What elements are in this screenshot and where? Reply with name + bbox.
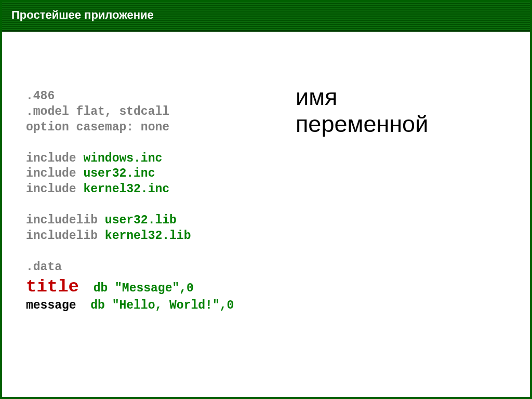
variable-name-annotation: имя переменной <box>296 84 428 138</box>
code-type-db-1: db <box>94 282 108 295</box>
slide-content: имя переменной .486 .model flat, stdcall… <box>2 32 530 314</box>
code-kw-include-3: include <box>26 182 76 196</box>
code-kw-include-1: include <box>26 152 76 165</box>
code-type-db-2: db <box>90 299 105 312</box>
code-val-hello: "Hello, World!",0 <box>105 299 234 312</box>
code-data-section: .data <box>26 260 62 274</box>
code-kw-includelib-2: includelib <box>26 229 98 243</box>
code-block: .486 .model flat, stdcall option casemap… <box>26 89 509 314</box>
code-arg-windows: windows.inc <box>76 152 163 165</box>
code-line-2: .model flat, stdcall <box>26 105 169 118</box>
code-arg-user32inc: user32.inc <box>76 167 155 180</box>
code-arg-kernel32lib: kernel32.lib <box>98 229 191 243</box>
code-val-message: "Message",0 <box>108 282 194 295</box>
slide-title: Простейшее приложение <box>11 8 521 22</box>
code-arg-user32lib: user32.lib <box>98 214 177 227</box>
code-line-1: .486 <box>26 89 55 103</box>
code-gap-2 <box>76 299 91 312</box>
code-var-title: title <box>26 277 79 297</box>
code-arg-kernel32inc: kernel32.inc <box>76 182 169 196</box>
slide-header: Простейшее приложение <box>2 2 530 32</box>
code-line-3: option casemap: none <box>26 121 169 134</box>
code-var-message: message <box>26 299 76 312</box>
code-gap-1 <box>79 282 94 295</box>
code-kw-includelib-1: includelib <box>26 214 98 227</box>
slide-container: Простейшее приложение имя переменной .48… <box>0 0 532 399</box>
code-kw-include-2: include <box>26 167 76 180</box>
